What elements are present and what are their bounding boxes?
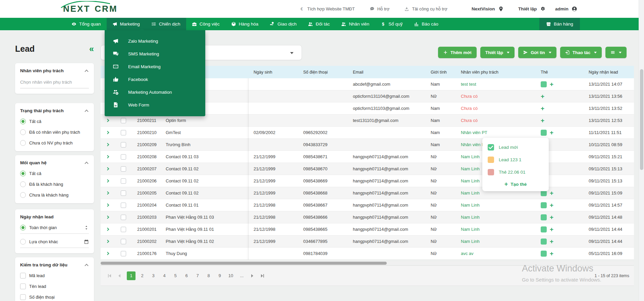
pager-page-7[interactable]: 7 — [193, 271, 202, 280]
expand-row-icon[interactable] — [106, 155, 109, 159]
cell-assignee[interactable]: avc av — [456, 248, 536, 260]
add-tag-button[interactable]: + — [550, 226, 553, 232]
collapse-chevron-icon[interactable] — [85, 110, 88, 113]
tag-option-lead-123-1[interactable]: Lead 123 1 — [488, 154, 543, 166]
cell-assignee[interactable]: Nam Linh — [456, 199, 536, 211]
menu-item-zalo-marketing[interactable]: Zalo Marketing — [105, 35, 205, 47]
table-row[interactable]: 21000203Phan Việt Hằng 09.11 0321/12/199… — [101, 211, 634, 223]
table-row[interactable]: 21000206Contact 09.11 0221/12/1999098543… — [101, 175, 634, 187]
header-link-tich-hop-website-tmdt[interactable]: €Tích hợp Website TMĐT — [300, 6, 355, 11]
add-tag-button[interactable]: + — [550, 214, 553, 220]
tag-color-swatch[interactable] — [488, 169, 494, 175]
add-tag-button[interactable]: + — [550, 81, 553, 87]
pager-first-button[interactable] — [105, 271, 113, 280]
header-link-tai-cong-cu-ho-tro[interactable]: Tải công cụ hỗ trợ — [404, 6, 447, 11]
expand-row-icon[interactable] — [106, 119, 109, 122]
radio-option-toan-thoi-gian[interactable]: Toàn thời gian — [20, 225, 89, 234]
row-checkbox[interactable] — [121, 251, 126, 256]
cell-assignee[interactable]: Nam Linh — [456, 223, 536, 235]
menu-item-web-form[interactable]: WWeb Form — [105, 98, 205, 111]
pager-prev-button[interactable] — [115, 271, 123, 280]
checkbox-option-ma-lead[interactable]: Mã lead — [20, 273, 89, 278]
panel-header[interactable]: Nhân viên phụ trách — [20, 68, 89, 74]
expand-row-icon[interactable] — [106, 228, 109, 231]
expand-row-icon[interactable] — [106, 131, 109, 134]
nav-item-ban-hang[interactable]: Bán hàng — [539, 18, 580, 30]
table-row[interactable]: 21000204Contact 09.11 0121/12/1998098543… — [101, 199, 634, 211]
toolbar-button-them-moi[interactable]: Thêm mới — [438, 47, 477, 58]
user-menu[interactable]: admin — [555, 0, 577, 18]
toolbar-button-thiet-lap[interactable]: Thiết lập — [480, 47, 515, 58]
table-row[interactable]: 21000208Contact 09.11 0321/12/1999098543… — [101, 151, 634, 163]
add-tag-button[interactable]: + — [550, 190, 553, 196]
expand-row-icon[interactable] — [106, 143, 109, 146]
menu-item-sms-marketing[interactable]: SMS Marketing — [105, 47, 205, 60]
create-tag-button[interactable]: + Tạo thẻ — [488, 181, 543, 187]
pager-page-2[interactable]: 2 — [138, 271, 147, 280]
radio-control[interactable] — [20, 225, 26, 230]
pager-next-button[interactable] — [248, 271, 256, 280]
nav-item-cong-viec[interactable]: Công việc — [186, 18, 225, 30]
checkbox-control[interactable] — [20, 273, 26, 278]
pager-page-10[interactable]: 10 — [226, 271, 235, 280]
cell-assignee[interactable]: Chưa có — [456, 102, 536, 115]
radio-option-lua-chon-khac[interactable]: Lựa chọn khác — [20, 239, 89, 248]
pager-more[interactable]: ... — [237, 271, 246, 280]
header-link-ho-tro[interactable]: Hỗ trợ — [370, 6, 390, 11]
collapse-chevron-icon[interactable] — [85, 264, 88, 267]
checkbox-option-so-dien-thoai[interactable]: Số điện thoại — [20, 294, 89, 300]
menu-item-email-marketing[interactable]: Email Marketing — [105, 60, 205, 73]
tag-option-lead-moi[interactable]: Lead mới — [488, 141, 543, 154]
radio-control[interactable] — [20, 129, 26, 135]
nav-item-nhan-vien[interactable]: Nhân viên — [335, 18, 375, 30]
cell-assignee[interactable]: test test — [456, 78, 536, 90]
radio-option-da-co-nhan-vien-phu-trach[interactable]: Đã có nhân viên phụ trách — [20, 129, 89, 135]
horizontal-scrollbar[interactable] — [101, 262, 634, 265]
radio-option-tat-ca[interactable]: Tất cả — [20, 171, 89, 176]
nav-item-hang-hoa[interactable]: Hàng hóa — [225, 18, 264, 30]
add-tag-button[interactable]: + — [550, 202, 553, 208]
app-logo[interactable]: NEXT CRM — [63, 4, 118, 13]
radio-option-tat-ca[interactable]: Tất cả — [20, 119, 89, 124]
collapse-chevron-icon[interactable] — [85, 70, 88, 73]
add-tag-button[interactable]: + — [541, 118, 544, 124]
row-checkbox[interactable] — [121, 215, 126, 220]
menu-item-facebook[interactable]: Facebook — [105, 73, 205, 86]
panel-header[interactable]: Mối quan hệ — [20, 160, 89, 166]
radio-control[interactable] — [20, 140, 26, 146]
checkbox-control[interactable] — [20, 294, 26, 300]
cell-assignee[interactable]: Nam Linh — [456, 235, 536, 248]
expand-row-icon[interactable] — [106, 252, 109, 255]
expand-row-icon[interactable] — [106, 216, 109, 219]
expand-row-icon[interactable] — [106, 191, 109, 195]
tag-option-the-22-06-01[interactable]: Thẻ 22.06 01 — [488, 166, 543, 178]
row-checkbox[interactable] — [121, 178, 126, 184]
menu-item-marketing-automation[interactable]: Marketing Automation — [105, 86, 205, 98]
table-row[interactable]: 21000210GmTest02/09/20020965292002NamNhâ… — [101, 127, 634, 139]
cell-assignee[interactable]: Chưa có — [456, 115, 536, 127]
row-checkbox[interactable] — [121, 130, 126, 135]
cell-assignee[interactable]: Chưa có — [456, 90, 536, 102]
table-row[interactable]: 21000211Optin formtest131101@gmail.comNa… — [101, 115, 634, 127]
pager-page-5[interactable]: 5 — [171, 271, 180, 280]
tag-color-swatch[interactable] — [488, 157, 494, 163]
checkbox-option-ten-lead[interactable]: Tên lead — [20, 284, 89, 289]
table-row[interactable]: 21000202Phan Việt Hằng 09.11 0221/12/199… — [101, 235, 634, 248]
checkbox-control[interactable] — [20, 284, 26, 289]
table-row[interactable]: 21000176Thuy Dung0981784039Nữavc av+05/1… — [101, 248, 634, 260]
expand-row-icon[interactable] — [106, 179, 109, 183]
nav-item-bao-cao[interactable]: Báo cáo — [408, 18, 444, 30]
expand-row-icon[interactable] — [106, 204, 109, 207]
radio-option-da-la-khach-hang[interactable]: Đã là khách hàng — [20, 181, 89, 187]
pager-page-6[interactable]: 6 — [182, 271, 191, 280]
expand-row-icon[interactable] — [106, 240, 109, 243]
row-checkbox[interactable] — [121, 227, 126, 232]
vertical-scrollbar[interactable] — [639, 0, 644, 301]
assignee-filter-input[interactable]: Chọn nhân viên phụ trách — [20, 79, 89, 88]
toolbar-button-thao-tac[interactable]: Thao tác — [560, 47, 602, 58]
cell-assignee[interactable]: Nam Linh — [456, 211, 536, 223]
table-row[interactable]: 21000209Trường Bình0943833729NamNhân viê… — [101, 139, 634, 151]
nav-item-tong-quan[interactable]: Tổng quan — [66, 18, 107, 30]
row-checkbox[interactable] — [121, 142, 126, 147]
radio-option-chua-la-khach-hang[interactable]: Chưa là khách hàng — [20, 192, 89, 198]
